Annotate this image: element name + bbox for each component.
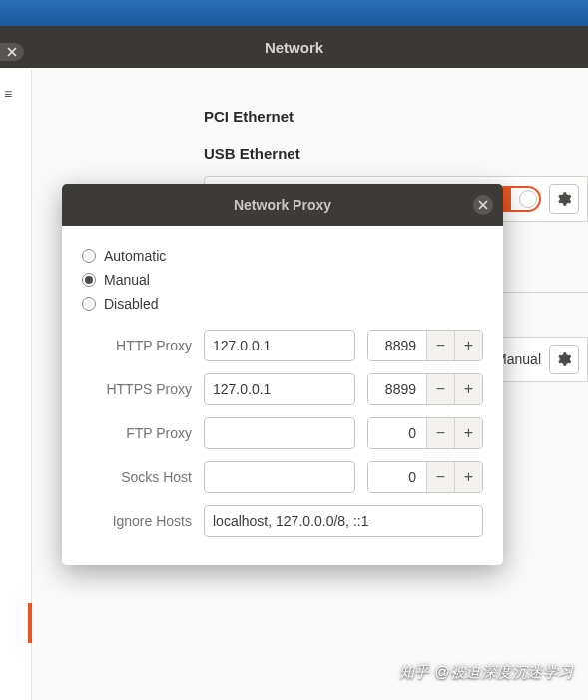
- proxy-mode-radio-group: Automatic Manual Disabled: [62, 226, 503, 324]
- socks-host-input[interactable]: [204, 461, 355, 493]
- gear-icon: [556, 351, 572, 367]
- window-title: Network: [265, 39, 323, 56]
- close-icon: [7, 47, 17, 57]
- ftp-proxy-port-spinner: − +: [367, 417, 483, 449]
- socks-port-input[interactable]: [368, 462, 426, 492]
- left-panel-sliver: ≡: [0, 70, 32, 700]
- proxy-form: HTTP Proxy − + HTTPS Proxy − + FTP Proxy…: [62, 324, 503, 565]
- socks-host-label: Socks Host: [82, 469, 192, 485]
- radio-manual[interactable]: Manual: [82, 268, 483, 292]
- http-proxy-port-spinner: − +: [367, 330, 483, 361]
- ftp-proxy-label: FTP Proxy: [82, 425, 192, 441]
- desktop-top-strip: [0, 0, 588, 26]
- radio-automatic[interactable]: Automatic: [82, 244, 483, 268]
- dialog-title: Network Proxy: [234, 197, 331, 213]
- http-port-increment[interactable]: +: [454, 331, 482, 360]
- https-proxy-port-spinner: − +: [367, 373, 483, 405]
- connection-settings-button[interactable]: [549, 184, 579, 214]
- ftp-port-increment[interactable]: +: [454, 418, 482, 448]
- socks-port-increment[interactable]: +: [454, 462, 482, 492]
- radio-indicator: [82, 273, 96, 287]
- https-port-decrement[interactable]: −: [426, 374, 454, 404]
- close-icon: [478, 200, 488, 210]
- section-pci-ethernet: PCI Ethernet: [32, 98, 588, 135]
- ignore-hosts-input[interactable]: [204, 505, 483, 537]
- dialog-titlebar: Network Proxy: [62, 184, 503, 226]
- dialog-close-button[interactable]: [473, 195, 493, 215]
- window-titlebar: Network: [0, 26, 588, 68]
- watermark: 知乎 @被迫深度沉迷学习: [399, 663, 574, 682]
- http-proxy-label: HTTP Proxy: [82, 338, 192, 353]
- tab-close-badge[interactable]: [0, 43, 24, 61]
- section-usb-ethernet: USB Ethernet: [32, 135, 588, 172]
- proxy-settings-button[interactable]: [549, 345, 579, 374]
- http-proxy-host-input[interactable]: [204, 330, 355, 361]
- http-proxy-port-input[interactable]: [368, 331, 426, 360]
- gear-icon: [556, 191, 572, 207]
- https-port-increment[interactable]: +: [454, 374, 482, 404]
- hamburger-icon[interactable]: ≡: [4, 86, 12, 102]
- radio-label: Disabled: [104, 296, 158, 312]
- radio-label: Manual: [104, 272, 150, 288]
- radio-label: Automatic: [104, 248, 166, 264]
- radio-indicator: [82, 249, 96, 263]
- socks-port-spinner: − +: [367, 461, 483, 493]
- https-proxy-label: HTTPS Proxy: [82, 381, 192, 397]
- radio-indicator: [82, 297, 96, 311]
- socks-port-decrement[interactable]: −: [426, 462, 454, 492]
- https-proxy-host-input[interactable]: [204, 373, 355, 405]
- ignore-hosts-label: Ignore Hosts: [82, 513, 192, 529]
- http-port-decrement[interactable]: −: [426, 331, 454, 360]
- https-proxy-port-input[interactable]: [368, 374, 426, 404]
- ftp-proxy-port-input[interactable]: [368, 418, 426, 448]
- ftp-port-decrement[interactable]: −: [426, 418, 454, 448]
- network-proxy-dialog: Network Proxy Automatic Manual Disabled …: [62, 184, 503, 565]
- radio-disabled[interactable]: Disabled: [82, 292, 483, 316]
- ftp-proxy-host-input[interactable]: [204, 417, 355, 449]
